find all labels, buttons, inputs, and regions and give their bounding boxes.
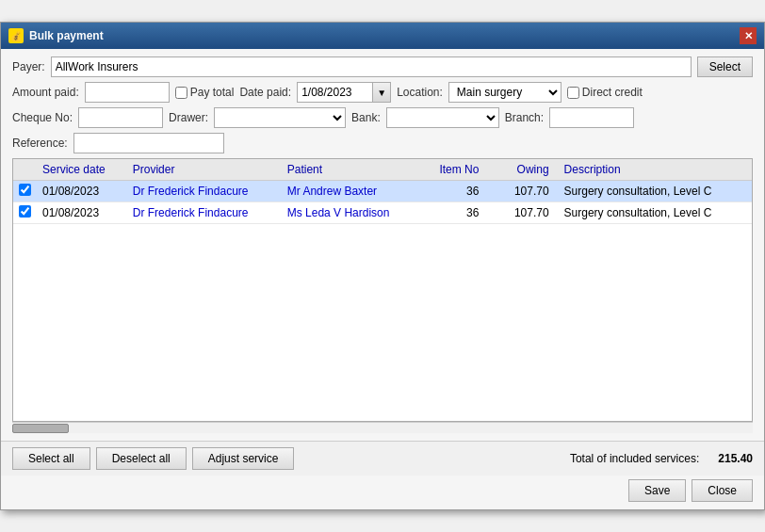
bank-select[interactable]	[386, 107, 499, 128]
save-button[interactable]: Save	[628, 479, 686, 502]
row-provider: Dr Frederick Findacure	[127, 181, 282, 202]
bulk-payment-dialog: 💰 Bulk payment ✕ Payer: Select Amount pa…	[0, 22, 765, 510]
row-service-date: 01/08/2023	[37, 202, 127, 224]
date-paid-label: Date paid:	[239, 86, 291, 99]
row-checkbox[interactable]	[19, 184, 31, 196]
title-bar: 💰 Bulk payment ✕	[1, 23, 764, 49]
row-checkbox-cell[interactable]	[13, 181, 37, 202]
branch-input[interactable]	[549, 107, 634, 128]
payer-row: Payer: Select	[12, 56, 753, 77]
col-provider[interactable]: Provider	[127, 159, 282, 181]
table-body: 01/08/2023 Dr Frederick Findacure Mr And…	[13, 181, 752, 224]
col-patient[interactable]: Patient	[282, 159, 420, 181]
col-description[interactable]: Description	[559, 159, 752, 181]
date-input-wrapper: ▼	[297, 82, 391, 103]
col-owing[interactable]: Owing	[497, 159, 558, 181]
total-label: Total of included services:	[570, 452, 699, 465]
col-checkbox	[13, 159, 37, 181]
payer-select-button[interactable]: Select	[697, 56, 753, 77]
row-owing: 107.70	[497, 202, 558, 224]
bottom-left-buttons: Select all Deselect all Adjust service	[12, 447, 294, 470]
drawer-select[interactable]	[214, 107, 346, 128]
cheque-no-label: Cheque No:	[12, 111, 73, 124]
title-bar-left: 💰 Bulk payment	[8, 28, 104, 43]
reference-input[interactable]	[73, 133, 224, 153]
table-row[interactable]: 01/08/2023 Dr Frederick Findacure Ms Led…	[13, 202, 752, 224]
close-icon[interactable]: ✕	[740, 27, 757, 44]
drawer-label: Drawer:	[169, 111, 208, 124]
reference-row: Reference:	[12, 133, 753, 153]
amount-row: Amount paid: Pay total Date paid: ▼ Loca…	[12, 82, 753, 103]
row-owing: 107.70	[497, 181, 558, 202]
payer-input[interactable]	[51, 56, 692, 77]
table-header-row: Service date Provider Patient Item No Ow…	[13, 159, 752, 181]
services-table-container[interactable]: Service date Provider Patient Item No Ow…	[12, 158, 753, 422]
services-table: Service date Provider Patient Item No Ow…	[13, 159, 752, 224]
dialog-body: Payer: Select Amount paid: Pay total Dat…	[1, 49, 764, 441]
location-label: Location:	[397, 86, 443, 99]
reference-label: Reference:	[12, 137, 68, 150]
pay-total-checkbox[interactable]	[175, 87, 187, 99]
row-provider: Dr Frederick Findacure	[127, 202, 282, 224]
row-description: Surgery consultation, Level C	[559, 202, 752, 224]
direct-credit-checkbox[interactable]	[567, 87, 579, 99]
bank-label: Bank:	[351, 111, 381, 124]
table-row[interactable]: 01/08/2023 Dr Frederick Findacure Mr And…	[13, 181, 752, 202]
cheque-row: Cheque No: Drawer: Bank: Branch:	[12, 107, 753, 128]
branch-label: Branch:	[505, 111, 544, 124]
bottom-bar: Select all Deselect all Adjust service T…	[1, 441, 764, 476]
row-item-no: 36	[420, 202, 498, 224]
scrollbar-thumb[interactable]	[12, 424, 69, 433]
adjust-service-button[interactable]: Adjust service	[192, 447, 295, 470]
dialog-icon: 💰	[8, 28, 24, 43]
pay-total-label[interactable]: Pay total	[175, 86, 235, 99]
row-patient: Mr Andrew Baxter	[282, 181, 420, 202]
date-picker-icon[interactable]: ▼	[372, 82, 391, 103]
horizontal-scrollbar[interactable]	[12, 422, 753, 433]
row-service-date: 01/08/2023	[37, 181, 127, 202]
date-paid-input[interactable]	[297, 82, 372, 103]
amount-paid-input[interactable]	[85, 82, 170, 103]
row-checkbox-cell[interactable]	[13, 202, 37, 224]
direct-credit-label[interactable]: Direct credit	[567, 86, 643, 99]
col-service-date[interactable]: Service date	[37, 159, 127, 181]
total-value: 215.40	[718, 452, 753, 465]
amount-paid-label: Amount paid:	[12, 86, 79, 99]
row-item-no: 36	[420, 181, 498, 202]
location-select[interactable]: Main surgery Branch surgery Home visits	[448, 82, 562, 103]
row-description: Surgery consultation, Level C	[559, 181, 752, 202]
select-all-button[interactable]: Select all	[12, 447, 90, 470]
deselect-all-button[interactable]: Deselect all	[96, 447, 187, 470]
close-button[interactable]: Close	[692, 479, 753, 502]
row-checkbox[interactable]	[19, 205, 31, 218]
dialog-title: Bulk payment	[29, 29, 104, 42]
payer-label: Payer:	[12, 60, 45, 73]
col-item-no[interactable]: Item No	[420, 159, 498, 181]
save-close-row: Save Close	[1, 476, 764, 509]
row-patient: Ms Leda V Hardison	[282, 202, 420, 224]
cheque-no-input[interactable]	[78, 107, 163, 128]
bottom-right-total: Total of included services: 215.40	[570, 452, 753, 465]
